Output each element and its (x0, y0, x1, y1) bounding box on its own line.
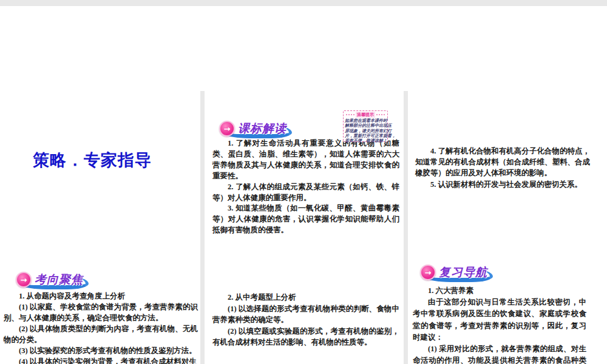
curriculum-continued-text: 4. 了解有机化合物和有机高分子化合物的特点，知道常见的有机合成材料（如合成纤维… (415, 146, 590, 190)
dotted-line (346, 114, 354, 115)
divider-vertical-left (200, 91, 205, 364)
tip-line: 解释部分的注释中出现压 (345, 123, 386, 128)
divider-horizontal-middle (0, 0, 607, 6)
panel-exam-focus: → 考向聚焦 1. 从命题内容及考查角度上分析 (1) 以家庭、学校食堂的食谱为… (0, 249, 200, 364)
paragraph: 4. 了解有机化合物和有机高分子化合物的特点，知道常见的有机合成材料（如合成纤维… (415, 146, 590, 179)
curriculum-text: 1. 了解对生命活动具有重要意义的有机物（如糖类、蛋白质、油脂、维生素等），知道… (212, 138, 399, 236)
paragraph: (1) 以家庭、学校食堂的食谱为背景，考查营养素的识别、与人体健康的关系，确定合… (4, 302, 198, 323)
paragraph: (2) 以填空题或实验题的形式，考查有机物的鉴别，有机合成材料对生活的影响、有机… (212, 326, 399, 348)
paragraph: (1) 采用对比的形式，就各营养素的组成、对生命活动的作用、功能及提供相关营养素… (413, 343, 586, 364)
tip-line: 若有不便，敬请谅解！ (345, 138, 386, 143)
badge-label: 课标解读 (238, 121, 290, 136)
paragraph: 2. 了解人体的组成元素及某些元素（如钙、铁、锌等）对人体健康的重要作用。 (212, 182, 399, 204)
paragraph: 1. 六大营养素 (413, 285, 586, 297)
badge-review-nav: → 复习导航 (420, 261, 491, 283)
badge-label: 复习导航 (439, 265, 491, 280)
panel-curriculum-continued: 4. 了解有机化合物和有机高分子化合物的特点，知道常见的有机合成材料（如合成纤维… (408, 95, 607, 243)
badge-curriculum: → 课标解读 (219, 118, 290, 140)
paragraph: 3. 知道某些物质（如一氧化碳、甲醛、黄曲霉毒素等）对人体健康的危害，认识掌握化… (212, 203, 399, 236)
paragraph: 1. 了解对生命活动具有重要意义的有机物（如糖类、蛋白质、油脂、维生素等），知道… (212, 138, 399, 182)
paragraph: (4) 以具体的污染实例为背景，考查有机合成材料对生 (4, 356, 198, 364)
arrow-circle-icon: → (16, 272, 32, 288)
paragraph: 由于这部分知识与日常生活关系比较密切，中考中常联系病例及医生的饮食建议、家庭或学… (413, 297, 586, 343)
exam-focus-text: 1. 从命题内容及考查角度上分析 (1) 以家庭、学校食堂的食谱为背景，考查营养… (4, 291, 198, 364)
paragraph: (2) 以具体物质类型的判断为内容，考查有机物、无机物的分类。 (4, 323, 198, 345)
paragraph: 5. 认识新材料的开发与社会发展的密切关系。 (415, 179, 590, 190)
right-arrow-icon: → (224, 125, 231, 133)
tip-box-title: 温馨提示 (356, 112, 375, 118)
page-title: 策略．专家指导 (33, 149, 152, 171)
exam-focus-continued-text: 2. 从中考题型上分析 (1) 以选择题的形式考查有机物种类的判断、食物中营养素… (212, 292, 399, 348)
tip-line: 片，重新打开可正常观看， (345, 133, 386, 138)
tip-box: 温馨提示 如果您在观看本课件时 解释部分的注释中出现压 屏现象，请关闭所有幻灯 … (343, 110, 388, 142)
badge-label: 考向聚焦 (35, 272, 87, 288)
right-arrow-icon: → (21, 276, 27, 284)
tip-line: 屏现象，请关闭所有幻灯 (345, 129, 386, 133)
paragraph: (1) 以选择题的形式考查有机物种类的判断、食物中营养素种类的确定等。 (212, 303, 399, 326)
paragraph: (3) 以实验探究的形式考查有机物的性质及鉴别方法。 (4, 345, 198, 356)
paragraph: 2. 从中考题型上分析 (212, 292, 399, 303)
review-nav-text: 1. 六大营养素 由于这部分知识与日常生活关系比较密切，中考中常联系病例及医生的… (413, 285, 586, 364)
tip-box-body: 如果您在观看本课件时 解释部分的注释中出现压 屏现象，请关闭所有幻灯 片，重新打… (345, 118, 386, 143)
right-arrow-icon: → (425, 269, 432, 277)
panel-strategy: 策略．专家指导 (0, 95, 200, 243)
panel-exam-focus-continued: 2. 从中考题型上分析 (1) 以选择题的形式考查有机物种类的判断、食物中营养素… (205, 249, 404, 364)
tip-box-header: 温馨提示 (345, 112, 386, 118)
arrow-circle-icon: → (219, 121, 235, 136)
dotted-line (376, 114, 385, 115)
divider-vertical-right (404, 91, 408, 364)
arrow-circle-icon: → (420, 265, 436, 280)
paragraph: 1. 从命题内容及考查角度上分析 (4, 291, 198, 302)
badge-exam-focus: → 考向聚焦 (16, 269, 87, 291)
panel-review-nav: → 复习导航 1. 六大营养素 由于这部分知识与日常生活关系比较密切，中考中常联… (408, 249, 607, 364)
panel-curriculum: → 课标解读 温馨提示 如果您在观看本课件时 解释部分的注释中出现压 屏现象，请… (205, 95, 404, 243)
slide-canvas: { "slide": { "title": "策略．专家指导" }, "icon… (0, 0, 607, 364)
